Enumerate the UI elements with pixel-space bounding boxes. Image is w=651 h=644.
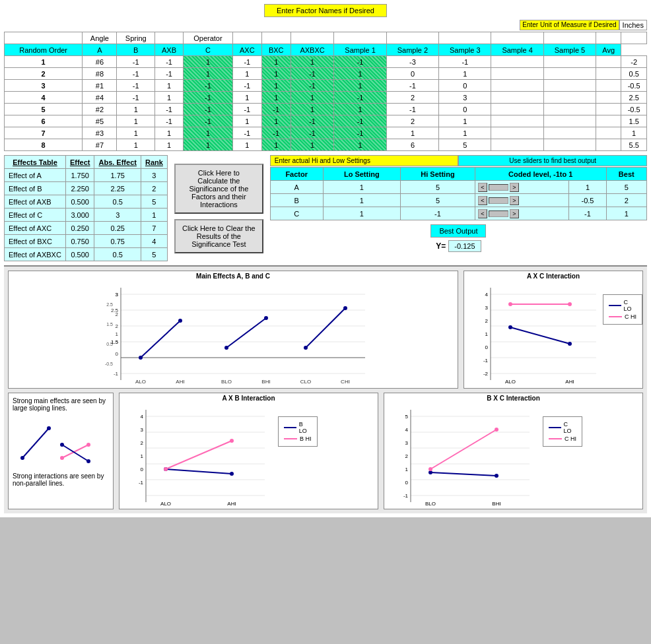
table-cell[interactable]: 1	[232, 92, 261, 104]
table-cell[interactable]: -1	[155, 68, 184, 80]
table-cell[interactable]	[543, 80, 596, 92]
table-cell[interactable]: 7	[5, 127, 83, 139]
table-cell[interactable]: 1	[155, 127, 184, 139]
slider-track[interactable]	[489, 184, 508, 191]
table-cell[interactable]: 1	[261, 56, 291, 68]
table-cell[interactable]: 1	[439, 127, 491, 139]
table-cell[interactable]: 1	[386, 127, 438, 139]
table-cell[interactable]: 1	[117, 127, 155, 139]
table-cell[interactable]: 1	[334, 68, 386, 80]
table-cell[interactable]: -1	[184, 104, 233, 115]
table-cell[interactable]	[543, 56, 596, 68]
table-cell[interactable]: -1	[117, 80, 155, 92]
table-cell[interactable]: 2	[386, 115, 438, 127]
table-cell[interactable]	[491, 139, 543, 151]
table-cell[interactable]	[491, 127, 543, 139]
table-cell[interactable]: 6	[386, 139, 438, 151]
table-cell[interactable]: #1	[83, 80, 117, 92]
table-cell[interactable]: 1	[232, 139, 261, 151]
settings-slider[interactable]: <>	[475, 194, 569, 207]
table-cell[interactable]: -1	[334, 115, 386, 127]
settings-hi[interactable]: -1	[401, 207, 475, 220]
table-cell[interactable]	[491, 68, 543, 80]
slider-track[interactable]	[489, 197, 508, 204]
table-cell[interactable]: 1	[261, 139, 291, 151]
table-cell[interactable]	[543, 115, 596, 127]
table-cell[interactable]: #7	[83, 139, 117, 151]
table-cell[interactable]: -1	[117, 56, 155, 68]
table-cell[interactable]: -1	[386, 104, 438, 115]
table-cell[interactable]: 1	[184, 127, 233, 139]
table-cell[interactable]	[491, 80, 543, 92]
table-cell[interactable]	[596, 68, 621, 80]
table-cell[interactable]: 1	[184, 68, 233, 80]
best-output-button[interactable]: Best Output	[430, 224, 486, 238]
table-cell[interactable]: -1	[184, 115, 233, 127]
table-cell[interactable]: 0	[439, 80, 491, 92]
table-cell[interactable]: -3	[386, 56, 438, 68]
table-cell[interactable]	[596, 80, 621, 92]
table-cell[interactable]	[596, 56, 621, 68]
settings-lo[interactable]: 1	[323, 194, 400, 207]
table-cell[interactable]: -1	[334, 92, 386, 104]
slider-right-btn[interactable]: >	[510, 196, 519, 205]
clear-button[interactable]: Click Here to Clear the Results of the S…	[174, 219, 263, 253]
table-cell[interactable]	[543, 139, 596, 151]
table-cell[interactable]: 1	[334, 104, 386, 115]
table-cell[interactable]: -1	[261, 127, 291, 139]
table-cell[interactable]: 1	[184, 139, 233, 151]
table-cell[interactable]: -1	[334, 127, 386, 139]
table-cell[interactable]	[491, 56, 543, 68]
table-cell[interactable]: -0.5	[621, 104, 647, 115]
table-cell[interactable]: -1	[291, 80, 334, 92]
table-cell[interactable]: -1	[291, 115, 334, 127]
table-cell[interactable]: 2.5	[621, 92, 647, 104]
table-cell[interactable]: 5	[439, 139, 491, 151]
table-cell[interactable]: -1	[386, 80, 438, 92]
table-cell[interactable]: 0	[439, 104, 491, 115]
settings-slider[interactable]: <>	[475, 181, 569, 194]
table-cell[interactable]: 1	[261, 92, 291, 104]
table-cell[interactable]: 5.5	[621, 139, 647, 151]
slider-track[interactable]	[489, 210, 508, 217]
table-cell[interactable]: -1	[117, 68, 155, 80]
settings-lo[interactable]: 1	[323, 181, 400, 194]
table-cell[interactable]: -1	[184, 92, 233, 104]
table-cell[interactable]: -1	[291, 68, 334, 80]
slider-left-btn[interactable]: <	[478, 209, 487, 218]
table-cell[interactable]: 0.5	[621, 68, 647, 80]
table-cell[interactable]: 1	[291, 104, 334, 115]
settings-hi[interactable]: 5	[401, 181, 475, 194]
table-cell[interactable]: -1	[184, 80, 233, 92]
table-cell[interactable]: -1	[232, 56, 261, 68]
table-cell[interactable]: 1	[155, 80, 184, 92]
table-cell[interactable]: -0.5	[621, 80, 647, 92]
table-cell[interactable]: 1	[117, 104, 155, 115]
table-cell[interactable]: 1	[117, 139, 155, 151]
table-cell[interactable]: #4	[83, 92, 117, 104]
table-cell[interactable]: 4	[5, 92, 83, 104]
table-cell[interactable]: #5	[83, 115, 117, 127]
table-cell[interactable]: -1	[232, 127, 261, 139]
table-cell[interactable]: -1	[334, 56, 386, 68]
table-cell[interactable]: -1	[232, 104, 261, 115]
table-cell[interactable]: -1	[232, 80, 261, 92]
table-cell[interactable]: -1	[155, 104, 184, 115]
table-cell[interactable]: 6	[5, 115, 83, 127]
table-cell[interactable]	[596, 115, 621, 127]
table-cell[interactable]: 1.5	[621, 115, 647, 127]
table-cell[interactable]: -1	[155, 115, 184, 127]
table-cell[interactable]: -1	[291, 127, 334, 139]
table-cell[interactable]	[596, 92, 621, 104]
table-cell[interactable]: 1	[184, 56, 233, 68]
table-cell[interactable]	[543, 92, 596, 104]
table-cell[interactable]: #6	[83, 56, 117, 68]
table-cell[interactable]	[543, 104, 596, 115]
table-cell[interactable]: -1	[155, 56, 184, 68]
calc-button[interactable]: Click Here to Calculate the Significance…	[174, 164, 263, 214]
table-cell[interactable]	[596, 127, 621, 139]
table-cell[interactable]	[543, 68, 596, 80]
table-cell[interactable]: 1	[291, 92, 334, 104]
table-cell[interactable]: #8	[83, 68, 117, 80]
table-cell[interactable]	[543, 127, 596, 139]
